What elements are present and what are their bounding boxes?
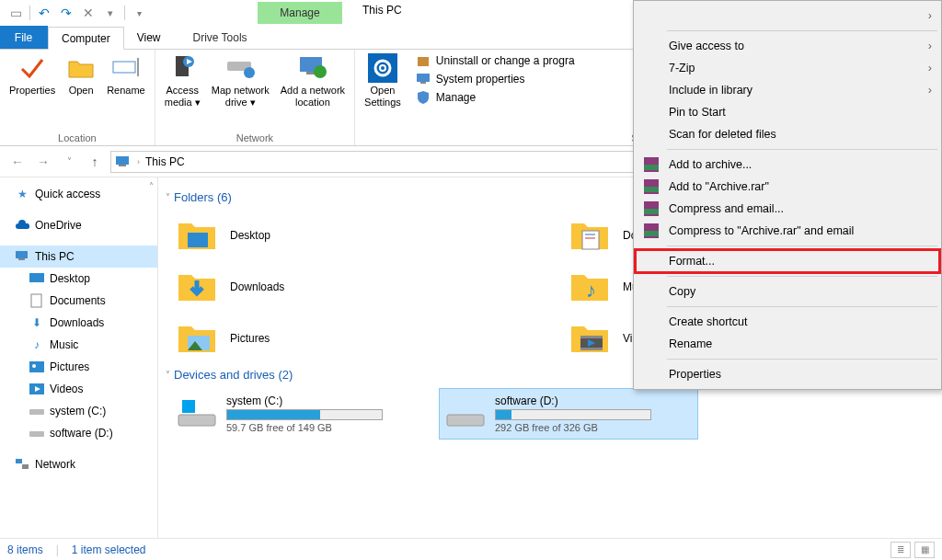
context-item-scan-deleted[interactable]: Scan for deleted files (636, 123, 939, 145)
chevron-down-icon: ˅ (166, 370, 170, 380)
drive-icon (29, 404, 44, 418)
up-button[interactable]: ↑ (85, 152, 105, 172)
qat-customize[interactable]: ▾ (129, 3, 149, 23)
svg-rect-16 (116, 156, 129, 165)
context-item-pin-start[interactable]: Pin to Start (636, 101, 939, 123)
sidebar-item-downloads[interactable]: ⬇Downloads (0, 312, 157, 334)
pictures-icon (29, 360, 44, 374)
window-title: This PC (362, 0, 402, 17)
navigation-pane: ˄ ★ Quick access OneDrive This PC Deskto… (0, 177, 158, 538)
folder-icon: ♪ (569, 269, 610, 305)
svg-rect-21 (31, 294, 41, 307)
cloud-icon (15, 218, 29, 233)
tab-computer[interactable]: Computer (48, 27, 124, 50)
context-item-copy[interactable]: Copy (636, 280, 939, 303)
app-icon[interactable]: ▭ (6, 3, 26, 23)
add-network-location-button[interactable]: Add a network location (279, 53, 347, 109)
context-item-create-shortcut[interactable]: Create shortcut (636, 311, 939, 333)
sidebar-item-this-pc[interactable]: This PC (0, 246, 157, 268)
svg-rect-28 (16, 459, 22, 463)
system-properties-button[interactable]: System properties (416, 72, 575, 86)
sidebar-item-onedrive[interactable]: OneDrive (0, 214, 157, 236)
computer-icon (115, 155, 132, 168)
qat-overflow[interactable]: ▾ (100, 3, 121, 23)
scroll-up-icon[interactable]: ˄ (144, 181, 157, 194)
svg-rect-41 (178, 415, 215, 426)
properties-button[interactable]: Properties (7, 53, 57, 97)
open-settings-button[interactable]: Open Settings (362, 53, 403, 109)
svg-point-23 (32, 364, 36, 368)
sidebar-item-system-c[interactable]: system (C:) (0, 400, 157, 422)
svg-point-6 (244, 67, 255, 78)
drive-system-c[interactable]: system (C:) 59.7 GB free of 149 GB (171, 389, 429, 439)
undo-button[interactable]: ↶ (34, 3, 54, 23)
context-item-include-library[interactable]: Include in library› (636, 79, 939, 101)
drive-software-d[interactable]: software (D:) 292 GB free of 326 GB (440, 389, 697, 439)
svg-rect-51 (644, 231, 659, 236)
context-item-add-archive[interactable]: Add to archive... (636, 154, 939, 176)
svg-rect-22 (29, 361, 44, 372)
rename-button[interactable]: Rename (105, 53, 147, 97)
sidebar-item-software-d[interactable]: software (D:) (0, 422, 157, 444)
forward-button[interactable]: → (33, 152, 53, 172)
download-icon: ⬇ (29, 315, 44, 330)
box-icon (416, 53, 431, 68)
context-item-give-access[interactable]: Give access to› (636, 35, 939, 57)
status-selected-count: 1 item selected (72, 543, 146, 556)
svg-rect-0 (113, 62, 135, 73)
group-network: Access media ▾ Map network drive ▾ Add a… (155, 50, 355, 145)
videos-icon (29, 382, 44, 396)
monitor-world-icon (298, 53, 327, 83)
redo-button[interactable]: ↷ (56, 3, 76, 23)
usage-bar (495, 409, 651, 420)
sidebar-item-desktop[interactable]: Desktop (0, 268, 157, 290)
sidebar-item-quick-access[interactable]: ★ Quick access (0, 183, 157, 205)
checkmark-icon (17, 53, 47, 83)
status-bar: 8 items | 1 item selected ≣ ▦ (0, 538, 942, 560)
open-button[interactable]: Open (64, 53, 98, 97)
tab-drive-tools[interactable]: Drive Tools (179, 26, 260, 49)
tab-view[interactable]: View (124, 26, 175, 49)
svg-rect-17 (119, 165, 126, 166)
context-item-rename[interactable]: Rename (636, 333, 939, 355)
usage-bar (226, 409, 383, 420)
chevron-right-icon[interactable]: › (137, 157, 140, 166)
sidebar-item-music[interactable]: ♪Music (0, 334, 157, 356)
quick-access-toolbar: ▭ ↶ ↷ ✕ ▾ ▾ (0, 3, 149, 23)
access-media-button[interactable]: Access media ▾ (163, 53, 202, 109)
context-item-compress-email[interactable]: Compress and email... (636, 198, 939, 220)
svg-point-9 (314, 65, 327, 78)
drive-windows-icon (177, 397, 217, 430)
sidebar-item-pictures[interactable]: Pictures (0, 356, 157, 378)
manage-button[interactable]: Manage (416, 90, 575, 105)
status-item-count: 8 items (7, 543, 43, 556)
view-details-button[interactable]: ≣ (890, 542, 911, 558)
back-button[interactable]: ← (7, 152, 28, 172)
context-item-add-archive-rar[interactable]: Add to "Archive.rar" (636, 176, 939, 198)
view-icons-button[interactable]: ▦ (914, 542, 935, 558)
context-item-format[interactable]: Format... (636, 250, 939, 272)
context-item-properties[interactable]: Properties (636, 363, 939, 385)
context-item-top-submenu[interactable]: › (636, 5, 939, 27)
recent-dropdown[interactable]: ˅ (59, 152, 79, 172)
delete-button[interactable]: ✕ (78, 3, 98, 23)
context-item-compress-rar-email[interactable]: Compress to "Archive.rar" and email (636, 220, 939, 242)
sidebar-item-documents[interactable]: Documents (0, 290, 157, 312)
map-network-drive-button[interactable]: Map network drive ▾ (210, 53, 271, 109)
uninstall-button[interactable]: Uninstall or change a progra (416, 53, 575, 68)
sidebar-item-videos[interactable]: Videos (0, 378, 157, 400)
svg-rect-27 (29, 431, 44, 437)
svg-point-12 (380, 65, 385, 71)
contextual-tab-label: Manage (258, 2, 342, 24)
folder-pictures[interactable]: Pictures (171, 314, 546, 362)
context-menu: › Give access to› 7-Zip› Include in libr… (633, 0, 942, 390)
svg-rect-15 (420, 82, 426, 84)
sidebar-item-network[interactable]: Network (0, 453, 157, 475)
svg-rect-31 (582, 231, 599, 249)
folder-downloads[interactable]: Downloads (171, 263, 546, 311)
breadcrumb-root[interactable]: This PC (145, 155, 185, 168)
context-item-7zip[interactable]: 7-Zip› (636, 57, 939, 79)
tab-file[interactable]: File (0, 26, 48, 49)
music-icon: ♪ (29, 337, 44, 352)
folder-desktop[interactable]: Desktop (171, 211, 546, 259)
